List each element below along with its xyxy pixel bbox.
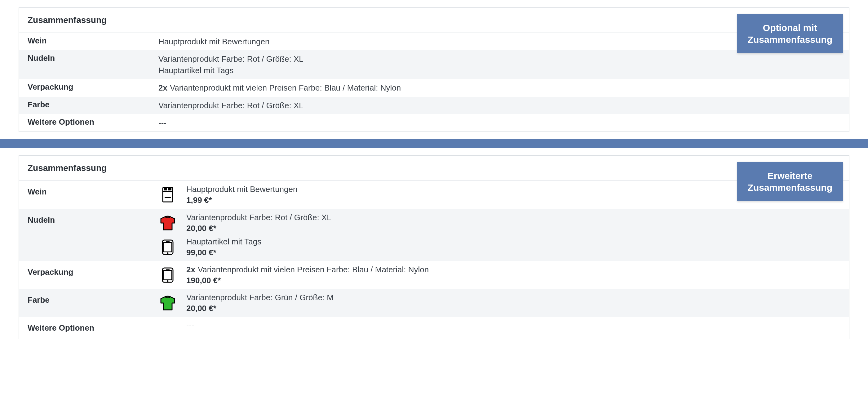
product-text: 2xVariantenprodukt mit vielen Preisen Fa… [186, 264, 429, 286]
product-text: --- [186, 320, 194, 331]
product-text: Hauptartikel mit Tags 99,00 €* [186, 236, 261, 258]
summary-row-weitere-optionen: Weitere Optionen --- [19, 114, 849, 131]
ext-row-weitere-optionen: Weitere Optionen --- [19, 317, 849, 339]
summary-panel-extended: Zusammenfassung Erweiterte Zusammenfassu… [19, 155, 849, 339]
row-value: Variantenprodukt Farbe: Rot / Größe: XL … [158, 209, 849, 261]
value-line: Variantenprodukt Farbe: Rot / Größe: XL [158, 53, 849, 64]
row-value: Variantenprodukt Farbe: Grün / Größe: M … [158, 289, 849, 317]
row-value: 2xVariantenprodukt mit vielen Preisen Fa… [158, 261, 849, 289]
row-value: --- [158, 317, 849, 334]
value-line: 2xVariantenprodukt mit vielen Preisen Fa… [158, 82, 849, 93]
shirt-green-icon [158, 296, 177, 310]
row-value: --- [158, 114, 849, 131]
chocolate-icon [158, 187, 177, 203]
svg-rect-1 [164, 188, 167, 190]
value-line: Variantenprodukt Farbe: Rot / Größe: XL [158, 100, 849, 111]
product-item: 2xVariantenprodukt mit vielen Preisen Fa… [158, 263, 849, 287]
value-line: --- [158, 117, 849, 128]
summary-rows: Wein Hauptprodukt mit Bewertungen Nudeln… [19, 33, 849, 131]
svg-rect-9 [166, 269, 169, 270]
row-label: Nudeln [19, 209, 158, 231]
ext-row-farbe: Farbe Variantenprodukt Farbe: Grün / Grö… [19, 289, 849, 317]
row-label: Wein [19, 33, 158, 49]
badge-extended-summary: Erweiterte Zusammenfassung [737, 162, 843, 201]
product-item: --- [158, 319, 849, 332]
svg-rect-5 [166, 241, 169, 242]
product-item: Hauptartikel mit Tags 99,00 €* [158, 235, 849, 259]
section-divider [0, 139, 868, 148]
product-item: Variantenprodukt Farbe: Grün / Größe: M … [158, 291, 849, 315]
row-value: Variantenprodukt Farbe: Rot / Größe: XL … [158, 50, 849, 79]
row-label: Weitere Optionen [19, 114, 158, 130]
svg-point-6 [167, 252, 168, 254]
row-label: Farbe [19, 97, 158, 113]
phone-icon [158, 267, 177, 283]
row-label: Verpackung [19, 261, 158, 283]
row-label: Nudeln [19, 50, 158, 66]
svg-point-10 [167, 280, 168, 282]
row-label: Verpackung [19, 79, 158, 95]
svg-rect-8 [164, 271, 172, 280]
panel-title: Zusammenfassung [19, 156, 849, 181]
ext-row-verpackung: Verpackung 2xVariantenprodukt mit vielen… [19, 261, 849, 289]
summary-row-farbe: Farbe Variantenprodukt Farbe: Rot / Größ… [19, 97, 849, 114]
ext-row-wein: Wein Hauptprodukt mit Bewertungen 1,99 €… [19, 181, 849, 209]
product-text: Hauptprodukt mit Bewertungen 1,99 €* [186, 184, 297, 206]
row-value: Variantenprodukt Farbe: Rot / Größe: XL [158, 97, 849, 114]
product-line: 2xVariantenprodukt mit vielen Preisen Fa… [186, 264, 429, 275]
row-label: Wein [19, 181, 158, 203]
ext-row-nudeln: Nudeln Variantenprodukt Farbe: Rot / Grö… [19, 209, 849, 261]
summary-row-verpackung: Verpackung 2xVariantenprodukt mit vielen… [19, 79, 849, 96]
svg-rect-2 [168, 188, 172, 190]
row-label: Farbe [19, 289, 158, 311]
value-line: Hauptartikel mit Tags [158, 65, 849, 76]
summary-row-nudeln: Nudeln Variantenprodukt Farbe: Rot / Grö… [19, 50, 849, 79]
badge-optional-summary: Optional mit Zusammenfassung [737, 14, 843, 53]
extended-rows: Wein Hauptprodukt mit Bewertungen 1,99 €… [19, 181, 849, 339]
phone-icon [158, 239, 177, 255]
product-item: Variantenprodukt Farbe: Rot / Größe: XL … [158, 211, 849, 235]
product-text: Variantenprodukt Farbe: Grün / Größe: M … [186, 292, 334, 314]
summary-panel-simple: Zusammenfassung Optional mit Zusammenfas… [19, 7, 849, 132]
product-text: Variantenprodukt Farbe: Rot / Größe: XL … [186, 212, 331, 234]
summary-row-wein: Wein Hauptprodukt mit Bewertungen [19, 33, 849, 50]
row-label: Weitere Optionen [19, 317, 158, 339]
panel-title: Zusammenfassung [19, 8, 849, 33]
svg-rect-4 [164, 243, 172, 252]
row-value: 2xVariantenprodukt mit vielen Preisen Fa… [158, 79, 849, 96]
shirt-red-icon [158, 216, 177, 231]
